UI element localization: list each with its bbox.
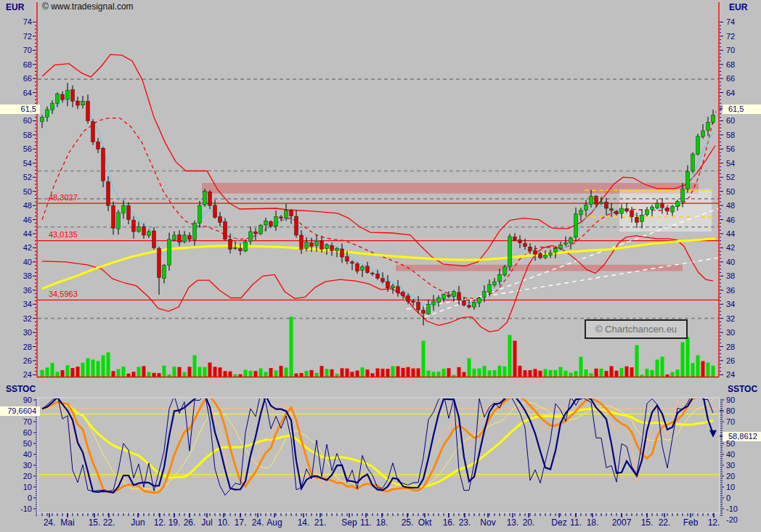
sstoc-title-right: SSTOC <box>728 384 757 394</box>
trading-chart-window: EUR © www.tradesignal.com EUR 48,3027 43… <box>0 0 761 532</box>
tradesignal-copyright: © www.tradesignal.com <box>42 1 134 12</box>
currency-label-left: EUR <box>6 2 24 12</box>
resistance-level-label: 48,3027 <box>49 193 78 202</box>
sstoc-value-label-right: 58,8612 <box>723 432 761 441</box>
support-level-label: 43,0135 <box>49 230 78 239</box>
last-price-label-left: 61,5 <box>0 105 40 114</box>
last-price-label-right: 61,5 <box>723 105 761 114</box>
sstoc-value-label-left: 79,6604 <box>0 406 40 416</box>
chartchancen-watermark: © Chartchancen.eu <box>585 319 688 339</box>
chart-canvas[interactable] <box>0 0 761 532</box>
currency-label-right: EUR <box>729 2 747 12</box>
sstoc-title-left: SSTOC <box>6 384 36 394</box>
support-level-label: 34,5963 <box>49 290 78 298</box>
